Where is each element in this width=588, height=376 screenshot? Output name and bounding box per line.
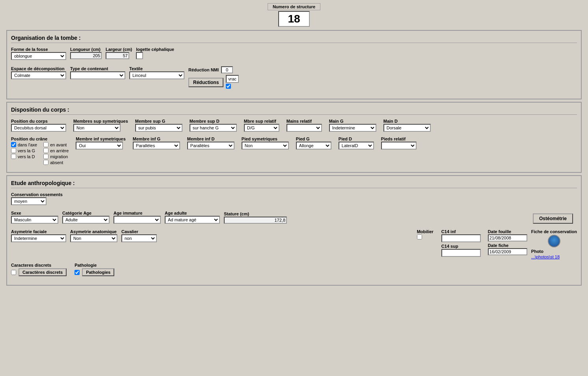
reduction-nmi-value: 0 (221, 66, 233, 73)
stature-input[interactable] (224, 217, 287, 224)
age-immature-select[interactable] (114, 216, 161, 224)
organisation-section: Organisation de la tombe : Forme de la f… (6, 30, 582, 99)
forme-fosse-label: Forme de la fosse (11, 47, 66, 52)
forme-fosse-select[interactable]: oblongue (11, 52, 66, 60)
main-g-select[interactable]: Indetermine (329, 124, 376, 132)
crane-en-avant-row: en avant (43, 142, 69, 147)
mbre-sup-relatif-select[interactable]: D/G (244, 124, 279, 132)
membres-sup-sym-label: Membres sup symetriques (73, 119, 128, 123)
crane-absent-checkbox[interactable] (43, 160, 48, 165)
asymetrie-faciale-select[interactable]: Indetermine (11, 234, 66, 242)
date-fouille-input[interactable] (488, 234, 527, 241)
c14-inf-input[interactable] (441, 234, 481, 242)
crane-absent-label: absent (50, 160, 63, 165)
pied-d-select[interactable]: LateralD (339, 142, 374, 150)
crane-en-arriere-checkbox[interactable] (43, 148, 48, 153)
numero-label: Numero de structure (268, 3, 320, 10)
crane-dans-axe-label: dans l'axe (18, 142, 37, 147)
pathologie-checkbox[interactable] (74, 270, 80, 275)
osteometrie-group: Ostéométrie (533, 213, 573, 224)
asymetrie-faciale-label: Asymetrie faciale (11, 229, 66, 234)
crane-vers-g-checkbox[interactable] (11, 148, 16, 153)
categorie-age-select[interactable]: Adulte (62, 216, 110, 224)
crane-vers-g-label: vers la G (18, 148, 35, 153)
photo-link[interactable]: ...\photos\st 18 (531, 254, 560, 259)
c14-inf-label: C14 inf (441, 229, 481, 234)
pathologie-label: Pathologie (74, 263, 114, 268)
membre-inf-d-group: Membre inf D Parallèles (187, 137, 234, 150)
forme-fosse-group: Forme de la fosse oblongue (11, 47, 66, 60)
membre-sup-d-select[interactable]: sur hanche G (190, 124, 237, 132)
logette-checkbox[interactable] (136, 52, 143, 59)
date-fiche-label: Date fiche (488, 243, 527, 248)
crane-vers-d-checkbox[interactable] (11, 154, 16, 159)
crane-en-avant-checkbox[interactable] (43, 142, 48, 147)
date-fiche-input[interactable] (488, 248, 527, 255)
membre-inf-g-label: Membre inf G (133, 137, 180, 141)
vrac-display: vrac (226, 75, 239, 83)
textile-label: Textile (129, 66, 184, 71)
mbre-sup-relatif-label: Mbre sup relatif (244, 119, 279, 123)
textile-select[interactable]: Linceul (129, 71, 184, 79)
pied-sym-label: Pied symetriques (242, 137, 289, 141)
crane-migration-checkbox[interactable] (43, 154, 48, 159)
c14-sup-input[interactable] (441, 249, 481, 257)
fiche-conservation-icon[interactable] (548, 235, 560, 247)
position-corps-select[interactable]: Decubitus dorsal (11, 124, 66, 132)
crane-en-avant-label: en avant (50, 142, 67, 147)
caracteres-discrets-checkbox[interactable] (11, 270, 16, 275)
reduction-nmi-group: Réduction NMI 0 Réductions vrac (188, 66, 239, 90)
caracteres-discrets-label: Caracteres discrets (11, 263, 67, 268)
crane-migration-label: migration (50, 154, 68, 159)
type-contenant-label: Type de contenant (70, 66, 125, 71)
crane-dans-axe-checkbox[interactable] (11, 142, 16, 147)
largeur-input[interactable] (106, 52, 129, 59)
conservation-select[interactable]: moyen (11, 197, 47, 205)
pathologies-button[interactable]: Pathologies (82, 268, 114, 276)
membres-sup-sym-select[interactable]: Non (73, 124, 121, 132)
mains-relatif-select[interactable] (287, 124, 322, 132)
mobilier-label: Mobilier (417, 229, 434, 234)
crane-migration-row: migration (43, 154, 69, 159)
mbre-sup-relatif-group: Mbre sup relatif D/G (244, 119, 279, 132)
largeur-group: Largeur (cm) (106, 47, 132, 59)
type-contenant-select[interactable] (70, 71, 125, 79)
textile-group: Textile Linceul (129, 66, 184, 79)
asymetrie-anatomique-select[interactable]: Non (70, 234, 117, 242)
osteometrie-button[interactable]: Ostéométrie (533, 213, 573, 224)
crane-vers-d-row: vers la D (11, 154, 37, 159)
main-d-select[interactable]: Dorsale (383, 124, 431, 132)
longueur-input[interactable] (70, 52, 102, 59)
vrac-checkbox[interactable] (226, 84, 231, 89)
pied-sym-select[interactable]: Non (242, 142, 289, 150)
main-g-group: Main G Indetermine (329, 119, 376, 132)
header-section: Numero de structure 18 (6, 3, 582, 27)
espace-decomposition-select[interactable]: Colmate (11, 71, 66, 79)
crane-dans-axe-row: dans l'axe (11, 142, 37, 147)
caracteres-discrets-button[interactable]: Caractères discrets (19, 268, 67, 276)
reductions-button[interactable]: Réductions (188, 78, 223, 87)
type-contenant-group: Type de contenant (70, 66, 125, 79)
disposition-title: Disposition du corps : (11, 107, 577, 115)
mains-relatif-group: Mains relatif (287, 119, 322, 132)
age-adulte-select[interactable]: Ad mature agé (165, 216, 220, 224)
numero-value: 18 (278, 11, 310, 27)
cavalier-select[interactable]: non (121, 234, 157, 242)
age-adulte-label: Age adulte (165, 211, 220, 215)
pied-d-group: Pied D LateralD (339, 137, 374, 150)
categorie-age-label: Catégorie Age (62, 211, 110, 215)
membre-sup-g-select[interactable]: sur pubis (135, 124, 182, 132)
asymetrie-anatomique-group: Asymetrie anatomique Non (70, 229, 117, 242)
membre-inf-d-label: Membre inf D (187, 137, 234, 141)
position-crane-label: Position du crâne (11, 137, 69, 141)
pieds-relatif-select[interactable] (381, 142, 417, 150)
membre-inf-sym-select[interactable]: Oui (76, 142, 123, 150)
membre-inf-d-select[interactable]: Parallèles (187, 142, 234, 150)
pied-g-select[interactable]: Allonge (296, 142, 331, 150)
membre-inf-g-select[interactable]: Parallèles (133, 142, 180, 150)
etude-title: Etude anthropologique : (11, 180, 577, 188)
mains-relatif-label: Mains relatif (287, 119, 322, 123)
mobilier-checkbox[interactable] (417, 234, 422, 239)
crane-vers-d-label: vers la D (18, 154, 35, 159)
sexe-select[interactable]: Masculin (11, 216, 58, 224)
